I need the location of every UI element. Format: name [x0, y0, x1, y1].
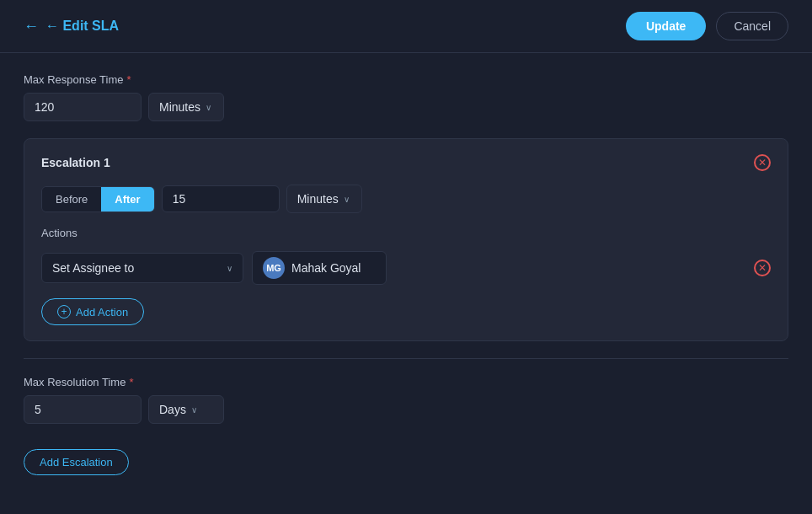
timing-value-input[interactable] — [162, 185, 280, 212]
back-arrow-icon: ← — [24, 18, 39, 35]
max-response-label: Max Response Time * — [24, 73, 788, 86]
escalation-title: Escalation 1 — [41, 156, 110, 169]
header-actions: Update Cancel — [626, 12, 788, 40]
assignee-chip[interactable]: MG Mahak Goyal — [252, 251, 387, 285]
required-indicator: * — [129, 376, 133, 388]
page: ← ← Edit SLA Update Cancel Max Response … — [0, 0, 812, 514]
required-indicator: * — [127, 73, 131, 86]
main-content: Max Response Time * Minutes ∨ Escalation… — [0, 53, 812, 495]
close-icon: ✕ — [758, 157, 767, 169]
max-response-unit-select[interactable]: Minutes ∨ — [148, 93, 224, 121]
section-divider — [24, 358, 788, 359]
chevron-down-icon: ∨ — [227, 264, 232, 273]
chevron-down-icon: ∨ — [206, 103, 211, 112]
max-resolution-unit-select[interactable]: Days ∨ — [148, 395, 224, 424]
action-type-select[interactable]: Set Assignee to ∨ — [41, 253, 243, 283]
action-row: Set Assignee to ∨ MG Mahak Goyal ✕ — [41, 251, 771, 285]
before-button[interactable]: Before — [42, 187, 101, 211]
back-link[interactable]: ← ← Edit SLA — [24, 18, 119, 35]
max-resolution-label: Max Resolution Time * — [24, 376, 788, 388]
escalation-1-box: Escalation 1 ✕ Before After Minutes ∨ Ac… — [24, 138, 788, 341]
chevron-down-icon: ∨ — [191, 405, 197, 415]
max-response-input-row: Minutes ∨ — [24, 93, 788, 121]
after-button[interactable]: After — [101, 187, 153, 211]
max-response-input[interactable] — [24, 93, 142, 121]
cancel-button[interactable]: Cancel — [716, 12, 788, 40]
page-title: ← Edit SLA — [45, 19, 119, 34]
remove-action-button[interactable]: ✕ — [754, 260, 771, 276]
max-resolution-input-row: Days ∨ — [24, 395, 788, 424]
add-escalation-button[interactable]: Add Escalation — [24, 449, 129, 475]
max-resolution-input[interactable] — [24, 395, 142, 424]
header: ← ← Edit SLA Update Cancel — [0, 0, 812, 53]
update-button[interactable]: Update — [626, 12, 706, 40]
close-icon: ✕ — [758, 262, 767, 274]
remove-escalation-button[interactable]: ✕ — [754, 154, 771, 171]
before-after-toggle: Before After — [41, 186, 155, 212]
timing-row: Before After Minutes ∨ — [41, 185, 771, 213]
chevron-down-icon: ∨ — [344, 195, 350, 204]
timing-unit-select[interactable]: Minutes ∨ — [286, 185, 362, 213]
escalation-header: Escalation 1 ✕ — [41, 154, 771, 171]
avatar: MG — [263, 257, 285, 279]
add-action-button[interactable]: + Add Action — [41, 298, 144, 325]
max-resolution-group: Max Resolution Time * Days ∨ — [24, 376, 788, 424]
max-response-group: Max Response Time * Minutes ∨ — [24, 73, 788, 121]
actions-section-label: Actions — [41, 227, 771, 239]
plus-circle-icon: + — [57, 305, 71, 319]
